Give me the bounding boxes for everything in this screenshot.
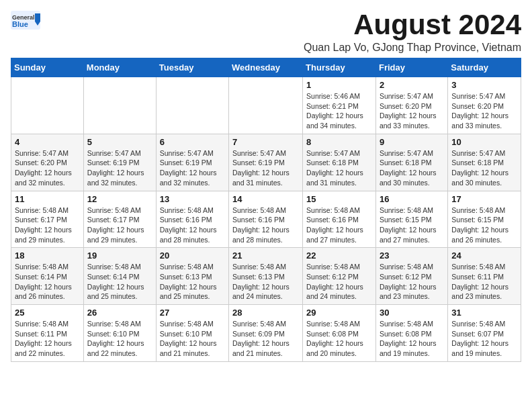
weekday-header-tuesday: Tuesday xyxy=(156,58,228,77)
cell-info: Sunrise: 5:48 AMSunset: 6:10 PMDaylight:… xyxy=(160,319,225,359)
day-number: 20 xyxy=(160,250,225,261)
day-number: 18 xyxy=(15,250,80,261)
day-number: 1 xyxy=(306,80,372,90)
calendar-cell: 20Sunrise: 5:48 AMSunset: 6:13 PMDayligh… xyxy=(156,248,228,305)
cell-info: Sunrise: 5:47 AMSunset: 6:20 PMDaylight:… xyxy=(451,91,517,131)
cell-info: Sunrise: 5:47 AMSunset: 6:18 PMDaylight:… xyxy=(306,148,372,188)
cell-info: Sunrise: 5:47 AMSunset: 6:18 PMDaylight:… xyxy=(380,148,444,188)
weekday-header-thursday: Thursday xyxy=(303,58,376,77)
day-number: 7 xyxy=(232,137,299,147)
weekday-header-friday: Friday xyxy=(375,58,447,77)
cell-info: Sunrise: 5:48 AMSunset: 6:11 PMDaylight:… xyxy=(451,262,517,302)
cell-info: Sunrise: 5:48 AMSunset: 6:17 PMDaylight:… xyxy=(15,205,80,245)
calendar-cell: 5Sunrise: 5:47 AMSunset: 6:19 PMDaylight… xyxy=(83,134,156,191)
page-header: General Blue August 2024 Quan Lap Vo, GJ… xyxy=(11,11,521,54)
calendar-cell: 4Sunrise: 5:47 AMSunset: 6:20 PMDaylight… xyxy=(11,134,84,191)
weekday-header-saturday: Saturday xyxy=(448,58,521,77)
cell-info: Sunrise: 5:47 AMSunset: 6:19 PMDaylight:… xyxy=(160,148,225,188)
cell-info: Sunrise: 5:47 AMSunset: 6:18 PMDaylight:… xyxy=(451,148,517,188)
weekday-header-monday: Monday xyxy=(83,58,156,77)
calendar-cell: 23Sunrise: 5:48 AMSunset: 6:12 PMDayligh… xyxy=(375,248,447,305)
day-number: 5 xyxy=(87,137,152,147)
cell-info: Sunrise: 5:48 AMSunset: 6:16 PMDaylight:… xyxy=(232,205,299,245)
cell-info: Sunrise: 5:48 AMSunset: 6:14 PMDaylight:… xyxy=(87,262,152,302)
cell-info: Sunrise: 5:47 AMSunset: 6:19 PMDaylight:… xyxy=(232,148,299,188)
month-title: August 2024 xyxy=(304,11,521,39)
calendar-cell xyxy=(11,77,84,134)
calendar-cell: 30Sunrise: 5:48 AMSunset: 6:08 PMDayligh… xyxy=(375,305,447,362)
day-number: 29 xyxy=(306,308,372,318)
calendar-cell: 14Sunrise: 5:48 AMSunset: 6:16 PMDayligh… xyxy=(229,191,303,248)
cell-info: Sunrise: 5:47 AMSunset: 6:19 PMDaylight:… xyxy=(87,148,152,188)
day-number: 3 xyxy=(451,80,517,90)
day-number: 17 xyxy=(451,194,517,204)
cell-info: Sunrise: 5:48 AMSunset: 6:08 PMDaylight:… xyxy=(380,319,444,359)
calendar-cell: 7Sunrise: 5:47 AMSunset: 6:19 PMDaylight… xyxy=(229,134,303,191)
cell-info: Sunrise: 5:48 AMSunset: 6:15 PMDaylight:… xyxy=(380,205,444,245)
cell-info: Sunrise: 5:48 AMSunset: 6:12 PMDaylight:… xyxy=(306,262,372,302)
calendar-cell: 9Sunrise: 5:47 AMSunset: 6:18 PMDaylight… xyxy=(375,134,447,191)
day-number: 15 xyxy=(306,194,372,204)
cell-info: Sunrise: 5:47 AMSunset: 6:20 PMDaylight:… xyxy=(15,148,80,188)
calendar-cell: 3Sunrise: 5:47 AMSunset: 6:20 PMDaylight… xyxy=(448,77,521,134)
day-number: 19 xyxy=(87,250,152,261)
logo: General Blue xyxy=(11,11,40,35)
calendar-cell: 8Sunrise: 5:47 AMSunset: 6:18 PMDaylight… xyxy=(303,134,376,191)
cell-info: Sunrise: 5:48 AMSunset: 6:11 PMDaylight:… xyxy=(15,319,80,359)
day-number: 25 xyxy=(15,308,80,318)
day-number: 23 xyxy=(380,250,444,261)
calendar-cell: 21Sunrise: 5:48 AMSunset: 6:13 PMDayligh… xyxy=(229,248,303,305)
calendar-cell xyxy=(156,77,228,134)
day-number: 11 xyxy=(15,194,80,204)
calendar-cell: 31Sunrise: 5:48 AMSunset: 6:07 PMDayligh… xyxy=(448,305,521,362)
calendar-cell: 15Sunrise: 5:48 AMSunset: 6:16 PMDayligh… xyxy=(303,191,376,248)
cell-info: Sunrise: 5:48 AMSunset: 6:13 PMDaylight:… xyxy=(232,262,299,302)
day-number: 26 xyxy=(87,308,152,318)
day-number: 12 xyxy=(87,194,152,204)
calendar-cell: 26Sunrise: 5:48 AMSunset: 6:10 PMDayligh… xyxy=(83,305,156,362)
svg-marker-3 xyxy=(35,13,40,21)
day-number: 8 xyxy=(306,137,372,147)
cell-info: Sunrise: 5:48 AMSunset: 6:08 PMDaylight:… xyxy=(306,319,372,359)
logo-icon: General Blue xyxy=(11,11,40,35)
day-number: 28 xyxy=(232,308,299,318)
calendar-cell xyxy=(83,77,156,134)
day-number: 27 xyxy=(160,308,225,318)
calendar-title-area: August 2024 Quan Lap Vo, GJong Thap Prov… xyxy=(304,11,521,54)
location-subtitle: Quan Lap Vo, GJong Thap Province, Vietna… xyxy=(304,42,521,54)
cell-info: Sunrise: 5:48 AMSunset: 6:09 PMDaylight:… xyxy=(232,319,299,359)
calendar-cell: 2Sunrise: 5:47 AMSunset: 6:20 PMDaylight… xyxy=(375,77,447,134)
weekday-header-row: SundayMondayTuesdayWednesdayThursdayFrid… xyxy=(11,58,521,77)
cell-info: Sunrise: 5:48 AMSunset: 6:16 PMDaylight:… xyxy=(306,205,372,245)
calendar-week-row: 1Sunrise: 5:46 AMSunset: 6:21 PMDaylight… xyxy=(11,77,521,134)
calendar-cell: 16Sunrise: 5:48 AMSunset: 6:15 PMDayligh… xyxy=(375,191,447,248)
calendar-table: SundayMondayTuesdayWednesdayThursdayFrid… xyxy=(11,58,521,362)
cell-info: Sunrise: 5:48 AMSunset: 6:16 PMDaylight:… xyxy=(160,205,225,245)
svg-text:Blue: Blue xyxy=(12,20,28,28)
day-number: 16 xyxy=(380,194,444,204)
calendar-cell: 24Sunrise: 5:48 AMSunset: 6:11 PMDayligh… xyxy=(448,248,521,305)
day-number: 9 xyxy=(380,137,444,147)
calendar-cell: 17Sunrise: 5:48 AMSunset: 6:15 PMDayligh… xyxy=(448,191,521,248)
day-number: 13 xyxy=(160,194,225,204)
cell-info: Sunrise: 5:48 AMSunset: 6:14 PMDaylight:… xyxy=(15,262,80,302)
day-number: 2 xyxy=(380,80,444,90)
cell-info: Sunrise: 5:48 AMSunset: 6:15 PMDaylight:… xyxy=(451,205,517,245)
calendar-cell: 22Sunrise: 5:48 AMSunset: 6:12 PMDayligh… xyxy=(303,248,376,305)
calendar-week-row: 4Sunrise: 5:47 AMSunset: 6:20 PMDaylight… xyxy=(11,134,521,191)
calendar-cell xyxy=(229,77,303,134)
calendar-cell: 11Sunrise: 5:48 AMSunset: 6:17 PMDayligh… xyxy=(11,191,84,248)
calendar-cell: 25Sunrise: 5:48 AMSunset: 6:11 PMDayligh… xyxy=(11,305,84,362)
day-number: 6 xyxy=(160,137,225,147)
cell-info: Sunrise: 5:47 AMSunset: 6:20 PMDaylight:… xyxy=(380,91,444,131)
cell-info: Sunrise: 5:48 AMSunset: 6:07 PMDaylight:… xyxy=(451,319,517,359)
calendar-cell: 12Sunrise: 5:48 AMSunset: 6:17 PMDayligh… xyxy=(83,191,156,248)
weekday-header-wednesday: Wednesday xyxy=(229,58,303,77)
cell-info: Sunrise: 5:48 AMSunset: 6:13 PMDaylight:… xyxy=(160,262,225,302)
day-number: 4 xyxy=(15,137,80,147)
calendar-cell: 6Sunrise: 5:47 AMSunset: 6:19 PMDaylight… xyxy=(156,134,228,191)
weekday-header-sunday: Sunday xyxy=(11,58,84,77)
cell-info: Sunrise: 5:48 AMSunset: 6:10 PMDaylight:… xyxy=(87,319,152,359)
calendar-cell: 19Sunrise: 5:48 AMSunset: 6:14 PMDayligh… xyxy=(83,248,156,305)
calendar-cell: 1Sunrise: 5:46 AMSunset: 6:21 PMDaylight… xyxy=(303,77,376,134)
